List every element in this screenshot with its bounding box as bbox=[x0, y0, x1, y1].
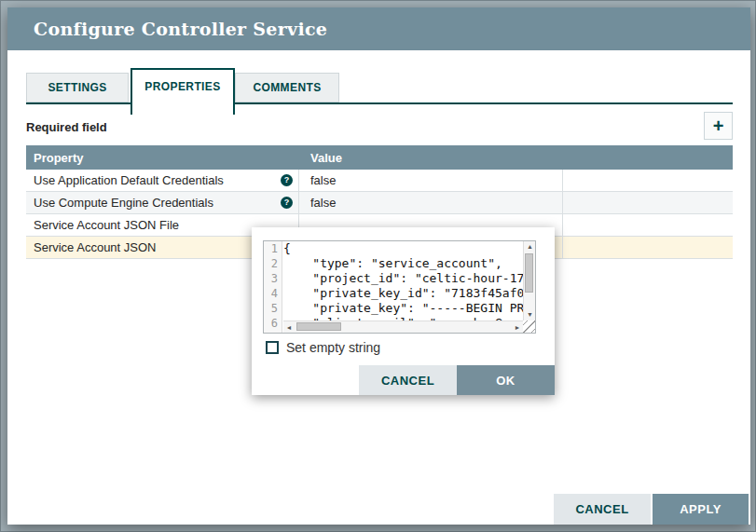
code-line: "project_id": "celtic-hour-17 bbox=[283, 271, 523, 286]
line-number: 5 bbox=[264, 301, 282, 316]
dialog-header: Configure Controller Service bbox=[7, 7, 750, 50]
property-name: Use Application Default Credentials bbox=[34, 173, 224, 187]
help-icon[interactable]: ? bbox=[281, 197, 293, 209]
row-filler bbox=[563, 237, 733, 258]
vertical-scrollbar-thumb[interactable] bbox=[525, 253, 533, 293]
code-line: "private_key": "-----BEGIN PR bbox=[283, 301, 523, 316]
tab-settings-label: SETTINGS bbox=[48, 81, 106, 94]
property-name: Use Compute Engine Credentials bbox=[34, 196, 213, 210]
tab-comments-label: COMMENTS bbox=[253, 81, 321, 94]
scroll-up-icon[interactable]: ▲ bbox=[524, 241, 536, 252]
add-property-button[interactable]: + bbox=[704, 112, 733, 140]
line-number: 1 bbox=[264, 241, 282, 256]
cancel-button[interactable]: CANCEL bbox=[554, 494, 651, 525]
property-name: Service Account JSON bbox=[34, 240, 157, 254]
column-header-property: Property bbox=[26, 151, 299, 165]
tab-settings[interactable]: SETTINGS bbox=[26, 73, 129, 102]
code-line: "type": "service_account", bbox=[283, 256, 523, 271]
tab-properties-label: PROPERTIES bbox=[144, 80, 220, 93]
value-cell[interactable]: false bbox=[299, 192, 563, 213]
editor-cancel-button[interactable]: CANCEL bbox=[359, 365, 457, 395]
line-number: 2 bbox=[264, 256, 282, 271]
row-filler bbox=[563, 192, 733, 213]
scroll-left-icon[interactable]: ◄ bbox=[283, 321, 295, 334]
property-table-header: Property Value bbox=[26, 145, 733, 170]
property-name: Service Account JSON File bbox=[34, 218, 179, 232]
line-number-gutter: 1 2 3 4 5 6 7 bbox=[264, 241, 282, 333]
code-line: { bbox=[283, 241, 523, 256]
line-number: 4 bbox=[264, 286, 282, 301]
property-value: false bbox=[310, 196, 336, 210]
code-line: "private_key_id": "7183f45af0 bbox=[283, 286, 523, 301]
horizontal-scrollbar-thumb[interactable] bbox=[296, 322, 341, 331]
required-field-label: Required field bbox=[26, 120, 107, 134]
editor-ok-button[interactable]: OK bbox=[457, 365, 555, 395]
property-value: false bbox=[310, 173, 336, 187]
json-value-editor: 1 2 3 4 5 6 7 { "type": "service_account… bbox=[263, 240, 536, 334]
screen-background: { "colors": { "accent": "#004849", "slat… bbox=[0, 0, 756, 532]
resize-grip[interactable] bbox=[523, 321, 535, 333]
set-empty-string-label: Set empty string bbox=[286, 340, 380, 355]
value-editor-popup: 1 2 3 4 5 6 7 { "type": "service_account… bbox=[252, 227, 555, 395]
scroll-down-icon[interactable]: ▼ bbox=[524, 309, 536, 321]
tab-properties[interactable]: PROPERTIES bbox=[131, 68, 235, 115]
set-empty-string-checkbox[interactable] bbox=[266, 341, 279, 354]
value-cell[interactable]: false bbox=[299, 170, 563, 191]
row-filler bbox=[563, 170, 733, 191]
table-row-use-compute-engine-credentials[interactable]: Use Compute Engine Credentials ? false bbox=[26, 192, 733, 214]
line-number: 7 bbox=[264, 331, 282, 333]
tab-comments[interactable]: COMMENTS bbox=[235, 73, 339, 102]
dialog-title: Configure Controller Service bbox=[34, 7, 327, 50]
scroll-right-icon[interactable]: ► bbox=[512, 321, 523, 334]
property-cell: Use Compute Engine Credentials ? bbox=[26, 192, 299, 213]
vertical-scrollbar[interactable]: ▲ ▼ bbox=[523, 241, 535, 321]
horizontal-scrollbar[interactable]: ◄ ► bbox=[283, 321, 523, 333]
apply-button[interactable]: APPLY bbox=[653, 494, 749, 525]
table-row-use-application-default-credentials[interactable]: Use Application Default Credentials ? fa… bbox=[26, 170, 733, 192]
plus-icon: + bbox=[713, 116, 724, 135]
line-number: 6 bbox=[264, 316, 282, 331]
property-cell: Use Application Default Credentials ? bbox=[26, 170, 299, 191]
set-empty-string-row: Set empty string bbox=[266, 340, 380, 355]
row-filler bbox=[563, 214, 733, 236]
json-code-editor[interactable]: { "type": "service_account", "project_id… bbox=[283, 241, 523, 321]
line-number: 3 bbox=[264, 271, 282, 286]
column-header-value: Value bbox=[299, 151, 563, 165]
help-icon[interactable]: ? bbox=[281, 174, 293, 186]
